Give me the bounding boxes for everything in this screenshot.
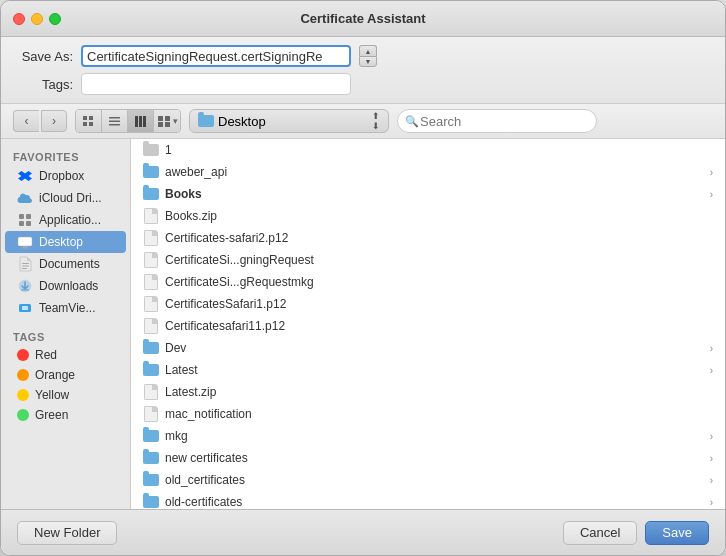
sidebar-tag-yellow-label: Yellow (35, 388, 69, 402)
tags-row: Tags: (13, 73, 713, 95)
file-arrow: › (710, 475, 713, 486)
stepper-up[interactable]: ▲ (359, 45, 377, 56)
file-item[interactable]: CertificatesSafari1.p12 (131, 293, 725, 315)
file-item[interactable]: Books.zip (131, 205, 725, 227)
save-as-row: Save As: ▲ ▼ (13, 45, 713, 67)
folder-blue-icon (143, 430, 159, 442)
file-item[interactable]: Certificates-safari2.p12 (131, 227, 725, 249)
file-item[interactable]: Certificatesafari11.p12 (131, 315, 725, 337)
svg-rect-12 (158, 122, 163, 127)
file-item[interactable]: Latest › (131, 359, 725, 381)
sidebar-tag-orange[interactable]: Orange (5, 365, 126, 385)
save-as-input[interactable] (81, 45, 351, 67)
new-folder-button[interactable]: New Folder (17, 521, 117, 545)
folder-blue-icon (143, 342, 159, 354)
svg-rect-6 (109, 124, 120, 126)
sidebar-item-dropbox[interactable]: Dropbox (5, 165, 126, 187)
titlebar: Certificate Assistant (1, 1, 725, 37)
file-name: mkg (165, 429, 704, 443)
sidebar-item-icloud[interactable]: iCloud Dri... (5, 187, 126, 209)
sidebar-tag-red[interactable]: Red (5, 345, 126, 365)
favorites-section-title: Favorites (1, 147, 130, 165)
list-view-button[interactable] (102, 110, 128, 132)
cancel-button[interactable]: Cancel (563, 521, 637, 545)
sidebar-tag-orange-label: Orange (35, 368, 75, 382)
file-icon-wrap (143, 428, 159, 444)
location-dropdown[interactable]: Desktop ⬆︎⬇︎ (189, 109, 389, 133)
back-button[interactable]: ‹ (13, 110, 39, 132)
file-item[interactable]: old_certificates › (131, 469, 725, 491)
save-button[interactable]: Save (645, 521, 709, 545)
file-arrow: › (710, 497, 713, 508)
file-icon-wrap (143, 142, 159, 158)
search-container: 🔍 (397, 109, 597, 133)
folder-blue-icon (143, 474, 159, 486)
file-item[interactable]: mkg › (131, 425, 725, 447)
tags-section-title: Tags (1, 327, 130, 345)
folder-blue-icon (143, 496, 159, 508)
minimize-button[interactable] (31, 13, 43, 25)
maximize-button[interactable] (49, 13, 61, 25)
svg-rect-10 (158, 116, 163, 121)
file-name: Latest.zip (165, 385, 713, 399)
tags-input[interactable] (81, 73, 351, 95)
file-item[interactable]: Latest.zip (131, 381, 725, 403)
save-as-stepper[interactable]: ▲ ▼ (359, 45, 377, 67)
column-view-button[interactable] (128, 110, 154, 132)
sidebar-item-desktop[interactable]: Desktop (5, 231, 126, 253)
file-icon-wrap (143, 186, 159, 202)
file-arrow: › (710, 167, 713, 178)
sidebar-documents-label: Documents (39, 257, 100, 271)
file-item[interactable]: Dev › (131, 337, 725, 359)
file-icon (144, 274, 158, 290)
svg-rect-9 (143, 116, 146, 127)
file-icon (144, 208, 158, 224)
file-item[interactable]: CertificateSi...gRequestmkg (131, 271, 725, 293)
gallery-view-button[interactable]: ▾ (154, 110, 180, 132)
file-icon (144, 252, 158, 268)
folder-blue-icon (143, 166, 159, 178)
close-button[interactable] (13, 13, 25, 25)
svg-rect-18 (18, 237, 32, 246)
file-name: Books.zip (165, 209, 713, 223)
file-icon-wrap (143, 340, 159, 356)
file-icon-wrap (143, 406, 159, 422)
sidebar-item-downloads[interactable]: Downloads (5, 275, 126, 297)
search-input[interactable] (397, 109, 597, 133)
file-icon-wrap (143, 318, 159, 334)
file-name: aweber_api (165, 165, 704, 179)
content-area: Favorites Dropbox iCloud Dri... Applicat… (1, 139, 725, 509)
svg-rect-21 (22, 263, 29, 264)
file-item[interactable]: mac_notification (131, 403, 725, 425)
file-icon-wrap (143, 252, 159, 268)
sidebar-item-teamviewer[interactable]: TeamVie... (5, 297, 126, 319)
folder-blue-icon (143, 188, 159, 200)
window: Certificate Assistant Save As: ▲ ▼ Tags:… (0, 0, 726, 556)
teamviewer-icon (17, 300, 33, 316)
file-icon-wrap (143, 230, 159, 246)
svg-rect-5 (109, 120, 120, 122)
file-item[interactable]: new certificates › (131, 447, 725, 469)
file-item[interactable]: Books › (131, 183, 725, 205)
sidebar-item-applications[interactable]: Applicatio... (5, 209, 126, 231)
sidebar-tag-green[interactable]: Green (5, 405, 126, 425)
action-buttons: Cancel Save (563, 521, 709, 545)
svg-rect-14 (19, 214, 24, 219)
file-arrow: › (710, 431, 713, 442)
icon-view-button[interactable] (76, 110, 102, 132)
forward-button[interactable]: › (41, 110, 67, 132)
stepper-down[interactable]: ▼ (359, 56, 377, 67)
dropbox-icon (17, 168, 33, 184)
file-name: CertificateSi...gRequestmkg (165, 275, 713, 289)
file-item[interactable]: 1 (131, 139, 725, 161)
file-item[interactable]: aweber_api › (131, 161, 725, 183)
sidebar-downloads-label: Downloads (39, 279, 98, 293)
sidebar-item-documents[interactable]: Documents (5, 253, 126, 275)
yellow-tag-dot (17, 389, 29, 401)
file-item[interactable]: CertificateSi...gningRequest (131, 249, 725, 271)
sidebar-tag-yellow[interactable]: Yellow (5, 385, 126, 405)
svg-rect-2 (83, 122, 87, 126)
file-icon-wrap (143, 472, 159, 488)
file-item[interactable]: old-certificates › (131, 491, 725, 509)
sidebar-tag-red-label: Red (35, 348, 57, 362)
